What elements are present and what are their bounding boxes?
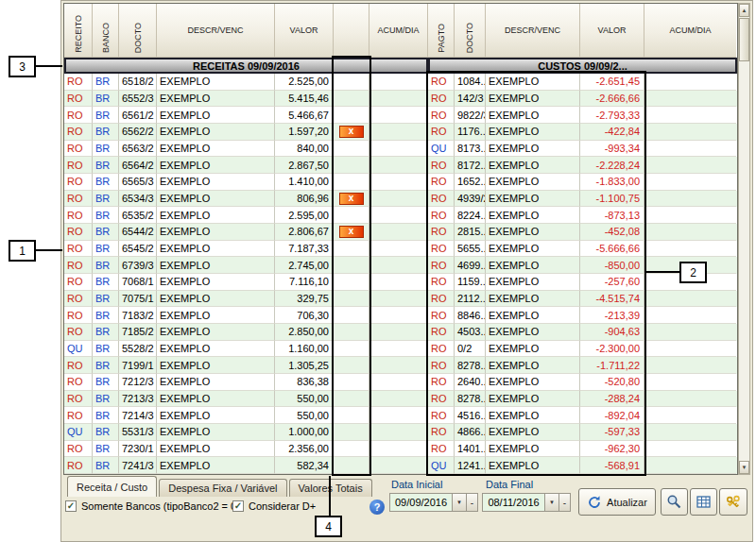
grid-row-13[interactable]: ROBR7068/1EXEMPLO7.116,10RO1159...EXEMPL… <box>64 274 737 291</box>
grid-row-7[interactable]: ROBR6565/3EXEMPLO1.410,00RO1652...EXEMPL… <box>64 174 737 191</box>
grid-row-14[interactable]: ROBR7075/1EXEMPLO329,75RO2112...EXEMPLO-… <box>64 291 737 308</box>
receita-valor-cell[interactable]: 7.116,10 <box>275 274 334 291</box>
custo-acum-cell[interactable] <box>644 391 736 408</box>
receita-flag-cell[interactable] <box>334 374 369 391</box>
receita-descr-cell[interactable]: EXEMPLO <box>157 191 275 208</box>
custo-docto-cell[interactable]: 8173... <box>455 141 486 158</box>
custo-docto-cell[interactable]: 4503... <box>455 324 486 341</box>
tab-despesa-fixa-variavel[interactable]: Despesa Fixa / Variável <box>159 479 286 497</box>
custo-docto-cell[interactable]: 4939/2 <box>455 191 486 208</box>
col-header-acum-dia-right[interactable]: ACUM/DIA <box>644 4 736 58</box>
receita-descr-cell[interactable]: EXEMPLO <box>157 124 275 141</box>
receita-acum-cell[interactable] <box>369 124 428 141</box>
grid-row-4[interactable]: ROBR6562/2EXEMPLO1.597,20xRO1176...EXEMP… <box>64 124 737 141</box>
grid-row-3[interactable]: ROBR6561/2EXEMPLO5.466,67RO9822/3EXEMPLO… <box>64 107 737 124</box>
custo-pagto-cell[interactable]: RO <box>428 107 455 124</box>
grid-row-2[interactable]: ROBR6552/3EXEMPLO5.415,46RO142/3EXEMPLO-… <box>64 91 737 108</box>
custo-acum-cell[interactable] <box>644 374 736 391</box>
receita-descr-cell[interactable]: EXEMPLO <box>157 341 275 358</box>
receita-docto-cell[interactable]: 6562/2 <box>119 124 157 141</box>
custo-docto-cell[interactable]: 8278... <box>455 391 486 408</box>
receita-tipo-cell[interactable]: RO <box>64 324 93 341</box>
custo-docto-cell[interactable]: 1159... <box>455 274 486 291</box>
receita-banco-cell[interactable]: BR <box>93 291 119 308</box>
receita-valor-cell[interactable]: 1.160,00 <box>275 341 334 358</box>
custo-acum-cell[interactable] <box>644 341 736 358</box>
receita-acum-cell[interactable] <box>369 141 428 158</box>
receita-banco-cell[interactable]: BR <box>93 191 119 208</box>
receita-docto-cell[interactable]: 7213/3 <box>119 391 157 408</box>
col-header-descr-venc-right[interactable]: DESCR/VENC <box>486 4 580 58</box>
custo-pagto-cell[interactable]: RO <box>428 124 455 141</box>
checkbox-somente-bancos[interactable]: ✓ Somente Bancos (tipoBanco2 = 0) <box>65 500 240 512</box>
receita-flag-cell[interactable] <box>334 141 369 158</box>
grid-row-9[interactable]: ROBR6535/2EXEMPLO2.595,00RO8224...EXEMPL… <box>64 207 737 224</box>
receita-flag-cell[interactable] <box>334 357 369 374</box>
data-inicial-clear-button[interactable]: - <box>466 493 478 512</box>
grid-row-19[interactable]: ROBR7212/3EXEMPLO836,38RO2640...EXEMPLO-… <box>64 374 737 391</box>
custo-acum-cell[interactable] <box>644 224 736 241</box>
receita-banco-cell[interactable]: BR <box>93 274 119 291</box>
receita-docto-cell[interactable]: 6552/3 <box>119 91 157 108</box>
receita-valor-cell[interactable]: 329,75 <box>275 291 334 308</box>
data-final-clear-button[interactable]: - <box>558 493 571 512</box>
receita-tipo-cell[interactable]: RO <box>64 407 93 424</box>
receita-docto-cell[interactable]: 7241/3 <box>119 457 157 474</box>
receita-docto-cell[interactable]: 7068/1 <box>119 274 157 291</box>
custo-docto-cell[interactable]: 4699... <box>455 257 486 274</box>
receita-descr-cell[interactable]: EXEMPLO <box>157 407 275 424</box>
receita-tipo-cell[interactable]: RO <box>64 174 93 191</box>
receita-valor-cell[interactable]: 836,38 <box>275 374 334 391</box>
custo-acum-cell[interactable] <box>644 191 736 208</box>
receita-tipo-cell[interactable]: RO <box>64 157 93 174</box>
receita-banco-cell[interactable]: BR <box>93 357 119 374</box>
custo-descr-cell[interactable]: EXEMPLO <box>486 191 580 208</box>
custo-descr-cell[interactable]: EXEMPLO <box>486 107 580 124</box>
custo-valor-cell[interactable]: -904,63 <box>580 324 644 341</box>
receita-tipo-cell[interactable]: RO <box>64 141 93 158</box>
receita-banco-cell[interactable]: BR <box>93 257 119 274</box>
receita-acum-cell[interactable] <box>369 174 428 191</box>
scroll-down-button[interactable]: ▼ <box>739 461 749 474</box>
receita-banco-cell[interactable]: BR <box>93 374 119 391</box>
receita-tipo-cell[interactable]: RO <box>64 91 93 108</box>
receita-tipo-cell[interactable]: RO <box>64 391 93 408</box>
receita-flag-cell[interactable]: x <box>334 124 369 141</box>
receita-acum-cell[interactable] <box>369 357 428 374</box>
custo-docto-cell[interactable]: 2815... <box>455 224 486 241</box>
receita-banco-cell[interactable]: BR <box>93 391 119 408</box>
custo-acum-cell[interactable] <box>644 141 736 158</box>
receita-valor-cell[interactable]: 2.745,00 <box>275 257 334 274</box>
grid-row-15[interactable]: ROBR7183/2EXEMPLO706,30RO8846...EXEMPLO-… <box>64 307 737 324</box>
receita-acum-cell[interactable] <box>369 274 428 291</box>
receita-tipo-cell[interactable]: RO <box>64 257 93 274</box>
custo-valor-cell[interactable]: -288,24 <box>580 391 644 408</box>
receita-valor-cell[interactable]: 1.000,00 <box>275 424 334 441</box>
custo-pagto-cell[interactable]: RO <box>428 291 455 308</box>
receita-banco-cell[interactable]: BR <box>93 307 119 324</box>
receita-tipo-cell[interactable]: RO <box>64 241 93 258</box>
receita-tipo-cell[interactable]: RO <box>64 457 93 474</box>
receita-acum-cell[interactable] <box>369 191 428 208</box>
receita-tipo-cell[interactable]: RO <box>64 74 93 91</box>
receita-valor-cell[interactable]: 806,96 <box>275 191 334 208</box>
receita-banco-cell[interactable]: BR <box>93 457 119 474</box>
receita-docto-cell[interactable]: 6534/3 <box>119 191 157 208</box>
custo-valor-cell[interactable]: -520,80 <box>580 374 644 391</box>
receita-banco-cell[interactable]: BR <box>93 207 119 224</box>
receita-flag-cell[interactable] <box>334 407 369 424</box>
col-header-banco[interactable]: BANCO <box>93 4 119 58</box>
custo-valor-cell[interactable]: -873,13 <box>580 207 644 224</box>
custo-pagto-cell[interactable]: RO <box>428 324 455 341</box>
receita-banco-cell[interactable]: BR <box>93 441 119 458</box>
custo-valor-cell[interactable]: -2.228,24 <box>580 157 644 174</box>
custo-acum-cell[interactable] <box>644 457 736 474</box>
receita-descr-cell[interactable]: EXEMPLO <box>157 241 275 258</box>
grid-row-12[interactable]: ROBR6739/3EXEMPLO2.745,00RO4699...EXEMPL… <box>64 257 737 274</box>
receita-descr-cell[interactable]: EXEMPLO <box>157 457 275 474</box>
custo-acum-cell[interactable] <box>644 424 736 441</box>
receita-docto-cell[interactable]: 7185/2 <box>119 324 157 341</box>
receita-banco-cell[interactable]: BR <box>93 174 119 191</box>
receita-valor-cell[interactable]: 550,00 <box>275 407 334 424</box>
custo-acum-cell[interactable] <box>644 241 736 258</box>
